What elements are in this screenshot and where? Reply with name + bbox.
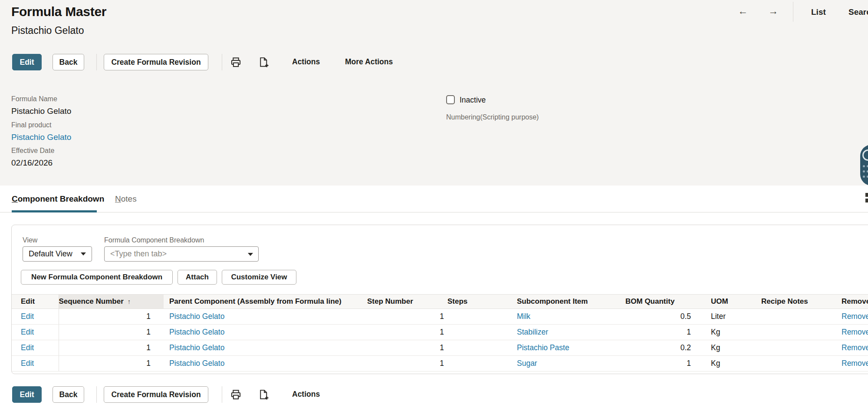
row-edit-link[interactable]: Edit bbox=[21, 328, 34, 336]
recipe-notes-cell bbox=[747, 309, 834, 325]
column-header-sequence-number[interactable]: Sequence Number↑ bbox=[59, 295, 164, 309]
sequence-number-cell: 1 bbox=[59, 356, 164, 372]
toolbar-divider bbox=[96, 54, 97, 70]
row-remove-link[interactable]: Remove bbox=[842, 343, 868, 352]
tab-notes[interactable]: Notes bbox=[115, 194, 137, 204]
tab-component-breakdown[interactable]: Component Breakdown bbox=[12, 194, 104, 204]
column-header-bom-quantity[interactable]: BOM Quantity bbox=[625, 295, 695, 309]
formula-master-page: Formula Master Pistachio Gelato ← → List… bbox=[0, 0, 868, 408]
steps-cell bbox=[447, 356, 508, 372]
row-edit-link[interactable]: Edit bbox=[21, 312, 34, 321]
column-header-step-number[interactable]: Step Number bbox=[367, 295, 447, 309]
actions-menu[interactable]: Actions bbox=[292, 57, 320, 66]
row-remove-link[interactable]: Remove bbox=[842, 312, 868, 321]
step-number-cell: 1 bbox=[367, 309, 447, 325]
sequence-number-cell: 1 bbox=[59, 309, 164, 325]
parent-component-link[interactable]: Pistachio Gelato bbox=[169, 359, 224, 368]
top-toolbar: Edit Back Create Formula Revision Action… bbox=[0, 54, 868, 70]
create-formula-revision-button[interactable]: Create Formula Revision bbox=[104, 386, 208, 403]
clipped-edge-fragment bbox=[865, 193, 868, 197]
step-number-cell: 1 bbox=[367, 325, 447, 340]
view-label: View bbox=[23, 236, 37, 244]
row-edit-link[interactable]: Edit bbox=[21, 343, 34, 352]
step-number-cell: 1 bbox=[367, 340, 447, 356]
column-header-steps[interactable]: Steps bbox=[447, 295, 508, 309]
column-header-subcomponent-item[interactable]: Subcomponent Item bbox=[508, 295, 625, 309]
subcomponent-item-link[interactable]: Stabilizer bbox=[517, 328, 548, 336]
record-name: Pistachio Gelato bbox=[11, 25, 84, 36]
recipe-notes-cell bbox=[747, 356, 834, 372]
view-select[interactable]: Default View bbox=[23, 246, 92, 262]
back-button[interactable]: Back bbox=[53, 386, 84, 403]
subcomponent-item-link[interactable]: Sugar bbox=[517, 359, 537, 368]
steps-cell bbox=[447, 340, 508, 356]
create-formula-revision-button[interactable]: Create Formula Revision bbox=[104, 54, 208, 70]
effective-date-label: Effective Date bbox=[11, 147, 54, 155]
final-product-link[interactable]: Pistachio Gelato bbox=[11, 133, 71, 142]
actions-menu[interactable]: Actions bbox=[292, 390, 320, 399]
back-button[interactable]: Back bbox=[53, 54, 84, 70]
uom-cell: Kg bbox=[695, 340, 747, 356]
component-breakdown-table: Edit Sequence Number↑ Parent Component (… bbox=[12, 294, 868, 372]
help-feedback-widget[interactable] bbox=[860, 145, 868, 186]
row-remove-link[interactable]: Remove bbox=[842, 328, 868, 336]
column-header-recipe-notes[interactable]: Recipe Notes bbox=[747, 295, 834, 309]
uom-cell: Liter bbox=[695, 309, 747, 325]
parent-component-link[interactable]: Pistachio Gelato bbox=[169, 343, 224, 352]
parent-component-link[interactable]: Pistachio Gelato bbox=[169, 312, 224, 321]
inactive-checkbox[interactable] bbox=[446, 95, 455, 104]
table-row: Edit 1 Pistachio Gelato 1 Stabilizer 1 K… bbox=[12, 325, 868, 340]
previous-record-icon[interactable]: ← bbox=[738, 5, 748, 17]
inactive-label: Inactive bbox=[460, 96, 486, 105]
table-row: Edit 1 Pistachio Gelato 1 Pistachio Past… bbox=[12, 340, 868, 356]
final-product-label: Final product bbox=[11, 121, 52, 129]
active-tab-indicator bbox=[12, 210, 97, 212]
bottom-toolbar: Edit Back Create Formula Revision Action… bbox=[0, 386, 868, 403]
print-icon[interactable] bbox=[230, 389, 242, 401]
column-header-uom[interactable]: UOM bbox=[695, 295, 747, 309]
step-number-cell: 1 bbox=[367, 356, 447, 372]
nav-divider bbox=[793, 2, 793, 22]
customize-view-button[interactable]: Customize View bbox=[222, 270, 296, 285]
more-actions-menu[interactable]: More Actions bbox=[345, 57, 393, 66]
recipe-notes-cell bbox=[747, 325, 834, 340]
next-record-icon[interactable]: → bbox=[768, 5, 778, 17]
row-edit-link[interactable]: Edit bbox=[21, 359, 34, 368]
parent-component-link[interactable]: Pistachio Gelato bbox=[169, 328, 224, 336]
recipe-notes-cell bbox=[747, 340, 834, 356]
attach-button[interactable]: Attach bbox=[178, 270, 217, 285]
new-document-icon[interactable] bbox=[258, 389, 270, 401]
edit-button[interactable]: Edit bbox=[12, 386, 42, 403]
column-header-remove[interactable]: Remove bbox=[834, 295, 868, 309]
toolbar-divider bbox=[96, 386, 97, 403]
sort-ascending-icon: ↑ bbox=[128, 298, 131, 305]
bom-quantity-cell: 1 bbox=[625, 325, 695, 340]
row-remove-link[interactable]: Remove bbox=[842, 359, 868, 368]
effective-date-value: 02/16/2026 bbox=[11, 158, 53, 168]
page-title: Formula Master bbox=[11, 4, 106, 19]
new-formula-component-breakdown-button[interactable]: New Formula Component Breakdown bbox=[21, 270, 173, 285]
breakdown-filter-combo bbox=[104, 246, 259, 262]
new-document-icon[interactable] bbox=[258, 56, 270, 68]
formula-name-label: Formula Name bbox=[11, 95, 57, 103]
search-link[interactable]: Search bbox=[848, 7, 868, 17]
help-icon bbox=[862, 149, 868, 161]
table-header-row: Edit Sequence Number↑ Parent Component (… bbox=[12, 295, 868, 309]
formula-name-value: Pistachio Gelato bbox=[11, 106, 71, 116]
steps-cell bbox=[447, 309, 508, 325]
bom-quantity-cell: 0.2 bbox=[625, 340, 695, 356]
component-breakdown-panel: View Default View Formula Component Brea… bbox=[11, 225, 868, 374]
bom-quantity-cell: 1 bbox=[625, 356, 695, 372]
edit-button[interactable]: Edit bbox=[12, 54, 42, 70]
column-header-edit[interactable]: Edit bbox=[12, 295, 59, 309]
print-icon[interactable] bbox=[230, 56, 242, 68]
subcomponent-item-link[interactable]: Pistachio Paste bbox=[517, 343, 569, 352]
chevron-down-icon bbox=[81, 252, 86, 255]
breakdown-filter-input[interactable] bbox=[105, 247, 258, 261]
list-link[interactable]: List bbox=[811, 7, 826, 17]
uom-cell: Kg bbox=[695, 356, 747, 372]
column-header-parent-component[interactable]: Parent Component (Assembly from Formula … bbox=[164, 295, 367, 309]
chevron-down-icon[interactable] bbox=[248, 253, 253, 256]
subcomponent-item-link[interactable]: Milk bbox=[517, 312, 530, 321]
breakdown-filter-label: Formula Component Breakdown bbox=[104, 236, 204, 244]
